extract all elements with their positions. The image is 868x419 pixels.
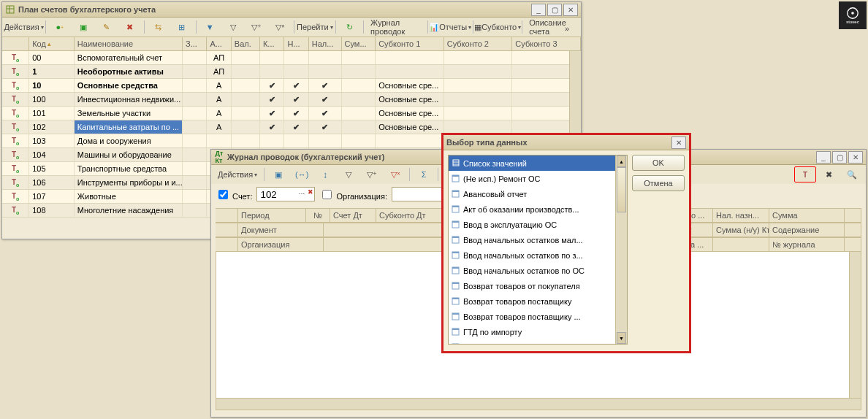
account-lookup-icon[interactable]: …: [298, 188, 305, 196]
col-k[interactable]: К...: [260, 37, 284, 50]
sort-icon[interactable]: ↨: [314, 166, 336, 182]
horizontal-scrollbar[interactable]: [216, 399, 861, 410]
f3-icon[interactable]: ▽ˣ: [384, 166, 406, 182]
filter1-icon[interactable]: ▼: [199, 19, 221, 35]
list-item[interactable]: Ввод начальных остатков по з...: [449, 247, 627, 263]
actions-menu[interactable]: Действия▾: [214, 166, 261, 182]
journal-button[interactable]: Журнал проводок: [367, 19, 424, 35]
t-row-icon: To: [12, 137, 19, 146]
f2-icon[interactable]: ▽⁺: [361, 166, 383, 182]
filter3-icon[interactable]: ▽⁺: [245, 19, 267, 35]
table-row[interactable]: To10Основные средстваА✔✔✔Основные сре...: [2, 79, 581, 93]
scroll-thumb[interactable]: [617, 167, 626, 212]
ok-button[interactable]: OK: [632, 155, 685, 171]
delete-icon[interactable]: ✖: [119, 19, 141, 35]
filter2-icon[interactable]: ▽: [222, 19, 244, 35]
account-input[interactable]: [256, 187, 315, 201]
col-code[interactable]: Код: [32, 39, 46, 48]
account-checkbox[interactable]: Счет:: [216, 188, 252, 201]
add-icon[interactable]: ●+: [49, 19, 71, 35]
load-icon[interactable]: ▣: [267, 166, 289, 182]
maximize-button[interactable]: ▢: [832, 151, 847, 164]
goto-menu[interactable]: Перейти▾: [297, 19, 332, 35]
refresh-icon[interactable]: ↻: [338, 19, 360, 35]
tree-icon[interactable]: ⊞: [171, 19, 193, 35]
col-a[interactable]: А...: [207, 37, 231, 50]
list-item[interactable]: Ввод в эксплуатацию ОС: [449, 217, 627, 232]
edit-icon[interactable]: ✎: [96, 19, 118, 35]
col-org[interactable]: Организация: [238, 238, 324, 251]
col-contents[interactable]: Содержание: [769, 223, 845, 237]
close-button[interactable]: ✕: [671, 137, 686, 149]
scroll-down-icon[interactable]: ▼: [617, 332, 626, 344]
list-item[interactable]: (Не исп.) Ремонт ОС: [449, 171, 627, 186]
accounts-titlebar[interactable]: План счетов бухгалтерского учета _ ▢ ✕: [2, 2, 581, 18]
list-item-label: (Не исп.) Ремонт ОС: [463, 174, 540, 183]
list-item[interactable]: Список значений: [449, 155, 627, 171]
col-journal-no[interactable]: № журнала: [769, 238, 845, 251]
table-row[interactable]: To100Инвестиционная недвижи...А✔✔✔Основн…: [2, 93, 581, 107]
col-sum[interactable]: Сумма: [769, 209, 845, 222]
hierarchy-icon[interactable]: ⇆: [148, 19, 170, 35]
org-checkbox[interactable]: Организация:: [319, 188, 387, 201]
add-copy-icon[interactable]: ▣: [72, 19, 94, 35]
table-row[interactable]: To101Земельные участкиА✔✔✔Основные сре..…: [2, 107, 581, 120]
col-acc-dt[interactable]: Счет Дт: [330, 209, 376, 222]
table-row[interactable]: To1Необоротные активыАП: [2, 65, 581, 79]
subconto-menu[interactable]: ▦ Субконто▾: [476, 19, 519, 35]
list-item[interactable]: Акт об оказании производств...: [449, 201, 627, 217]
vertical-scrollbar[interactable]: ▲ ▼: [615, 155, 627, 344]
col-nal[interactable]: Нал...: [309, 37, 342, 50]
col-sub1[interactable]: Субконто 1: [376, 37, 444, 50]
col-z[interactable]: З...: [183, 37, 207, 50]
arrows-icon[interactable]: (↔): [291, 166, 313, 182]
maximize-button[interactable]: ▢: [547, 4, 562, 16]
col-no[interactable]: №: [306, 209, 330, 222]
filter-off-icon[interactable]: ▽ˣ: [269, 19, 291, 35]
actions-menu[interactable]: Действия▾: [5, 19, 42, 35]
table-row[interactable]: To00Вспомогательный счетАП: [2, 51, 581, 65]
t-row-icon: To: [12, 164, 19, 174]
underscore-button[interactable]: _: [531, 4, 546, 16]
list-item[interactable]: Возврат товаров поставщику: [449, 293, 627, 309]
list-item[interactable]: Ввод начальных остатков мал...: [449, 232, 627, 247]
scroll-up-icon[interactable]: ▲: [617, 155, 626, 167]
type-list[interactable]: Список значений(Не исп.) Ремонт ОСАвансо…: [448, 155, 628, 345]
col-n[interactable]: Н...: [284, 37, 308, 50]
sigma-icon[interactable]: Σ: [413, 166, 435, 182]
col-sum-nu[interactable]: Сумма (н/у) Кт: [713, 223, 769, 237]
cancel-button[interactable]: Отмена: [632, 175, 685, 191]
col-name[interactable]: Наименование: [75, 37, 183, 50]
sort-asc-icon: ▴: [47, 40, 51, 47]
list-item[interactable]: ГТД по импорту: [449, 324, 627, 339]
vertical-scrollbar[interactable]: [849, 252, 861, 398]
cell-nal: [309, 51, 342, 64]
col-sub2[interactable]: Субконто 2: [444, 37, 513, 50]
x-icon[interactable]: ✖: [818, 166, 840, 182]
col-document[interactable]: Документ: [238, 223, 324, 237]
f1-icon[interactable]: ▽: [338, 166, 359, 182]
cell-n: [284, 51, 308, 64]
cell-sub1: Основные сре...: [376, 79, 444, 92]
search-icon[interactable]: 🔍: [841, 166, 863, 182]
col-sum[interactable]: Сум...: [342, 37, 376, 50]
close-button[interactable]: ✕: [848, 151, 863, 164]
col-period[interactable]: Период: [238, 209, 306, 222]
list-item[interactable]: Возврат товаров от покупателя: [449, 278, 627, 293]
t-type-icon[interactable]: T: [794, 166, 816, 182]
col-sub3[interactable]: Субконто 3: [512, 37, 581, 50]
close-button[interactable]: ✕: [563, 4, 578, 16]
cell-n: ✔: [284, 93, 308, 106]
account-clear-icon[interactable]: ✖: [308, 188, 313, 196]
list-item[interactable]: Авансовый отчет: [449, 186, 627, 201]
overflow-icon[interactable]: »: [556, 20, 578, 36]
list-item[interactable]: Возврат товаров поставщику ...: [449, 309, 627, 324]
col-val[interactable]: Вал.: [232, 37, 260, 50]
underscore-button[interactable]: _: [816, 151, 831, 164]
col-nal-nazn[interactable]: Нал. назн...: [713, 209, 769, 222]
list-item[interactable]: Ввод начальных остатков по ОС: [449, 263, 627, 278]
dialog-titlebar[interactable]: Выбор типа данных ✕: [443, 135, 689, 150]
list-item[interactable]: Закрытие заказов покупателей: [449, 339, 627, 345]
cell-name: Многолетние насаждения: [75, 204, 183, 217]
reports-menu[interactable]: 📊 Отчеты▾: [430, 19, 470, 35]
